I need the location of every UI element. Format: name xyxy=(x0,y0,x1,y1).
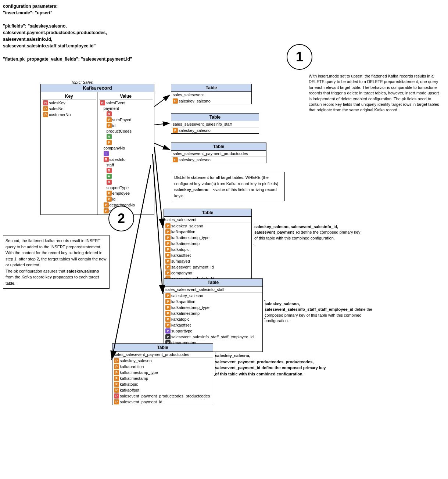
step1-table3: Table sales_salesevent_payment_productco… xyxy=(171,143,266,163)
config-line9: "flatten.pk_propagate_value_fields": "sa… xyxy=(3,56,132,62)
badge-P2: P xyxy=(43,112,48,117)
config-line1: configuration parameters: xyxy=(3,3,132,10)
badge-p6: P xyxy=(104,202,109,208)
step2-circle: 2 xyxy=(108,206,134,231)
svg-line-1 xyxy=(154,95,170,107)
badge-i1: I xyxy=(104,151,109,156)
step2-table1-bracket-text: saleskey_salesno, salesevent_salesinfo_i… xyxy=(254,224,365,241)
v-row-payment: payment xyxy=(103,106,153,111)
badge-a1: A xyxy=(107,134,112,139)
badge-r3: R xyxy=(104,157,109,162)
kafka-table-header: Kafka record xyxy=(41,84,154,92)
step2-table1: Table sales_salesevent Psaleskey_salesno… xyxy=(164,209,252,282)
delete-stmt-box: DELETE statement for all target tables. … xyxy=(171,172,285,201)
step1-table1: Table sales_salesevent P saleskey_salesn… xyxy=(171,84,252,104)
config-line5: salesevent.payment.productcodes.productc… xyxy=(3,29,132,36)
kafka-key-row-2: P salesNo xyxy=(42,106,96,112)
kafka-key-col: Key R salesKey P salesNo P customerNo xyxy=(41,92,98,215)
bracket3 xyxy=(214,352,215,376)
kafka-key-row-3: P customerNo xyxy=(42,112,96,118)
config-text: configuration parameters: "insert.mode":… xyxy=(3,3,132,62)
badge-p3: P xyxy=(107,140,112,145)
page-content: configuration parameters: "insert.mode":… xyxy=(0,0,448,479)
kafka-key-row-1: R salesKey xyxy=(42,100,96,106)
badge-a2: A xyxy=(107,174,112,179)
kafka-key-header: Key xyxy=(42,93,96,100)
kafka-value-header: Value xyxy=(99,93,153,100)
key-text-1: salesKey xyxy=(49,101,65,105)
bracket1 xyxy=(253,225,254,245)
step2-annotation: Second, the flattened kafka records resu… xyxy=(3,235,110,289)
kafka-table: Kafka record Key R salesKey P salesNo P … xyxy=(40,84,154,215)
svg-line-4 xyxy=(154,147,163,228)
step2-bottom-table: Table sales_salesevent_payment_productco… xyxy=(112,343,213,405)
badge-r2: R xyxy=(107,111,112,116)
badge-P: P xyxy=(43,106,48,111)
badge-r4: R xyxy=(107,168,112,173)
badge-p-t2: P xyxy=(173,128,178,133)
key-text-2: salesNo xyxy=(49,107,64,111)
config-line2: "insert.mode": "upsert" xyxy=(3,10,132,16)
step1-circle: 1 xyxy=(287,44,312,70)
step1-annotation: With insert.mode set to upsert, the flat… xyxy=(309,73,439,113)
bottom-table-bracket-text: saleskey_salesno, salesevent_payment_pro… xyxy=(215,353,329,377)
config-line6: salesevent.salesinfo.id, xyxy=(3,36,132,43)
step2-table2: Table sales_salesevent_salesinfo_staff P… xyxy=(164,278,263,352)
badge-r1: R xyxy=(100,100,105,105)
v-row-1: R salesEvent xyxy=(99,100,153,106)
badge-R: R xyxy=(43,100,48,105)
bracket2 xyxy=(264,300,265,319)
badge-p2: P xyxy=(107,123,112,128)
badge-p4: P xyxy=(107,191,112,196)
config-line4: "pk.fields": "saleskey.salesno, xyxy=(3,23,132,29)
step1-table2: Table sales_salesevent_salesinfo_staff P… xyxy=(171,113,259,134)
svg-line-3 xyxy=(154,143,170,150)
config-line7: salesevent.salesinfo.staff.staff.employe… xyxy=(3,43,132,49)
step2-table2-bracket-text: saleskey_salesno, salesevent_salesinfo_s… xyxy=(265,301,373,324)
badge-p7: P xyxy=(104,208,109,213)
key-text-3: customerNo xyxy=(49,112,71,117)
badge-p5: P xyxy=(107,197,112,202)
badge-p-t3: P xyxy=(173,157,178,162)
svg-line-2 xyxy=(154,123,170,125)
badge-p-t1: P xyxy=(173,98,178,104)
kafka-value-col: Value R salesEvent payment R xyxy=(98,92,154,215)
badge-p1: P xyxy=(107,117,112,122)
badge-r5: R xyxy=(107,180,112,185)
